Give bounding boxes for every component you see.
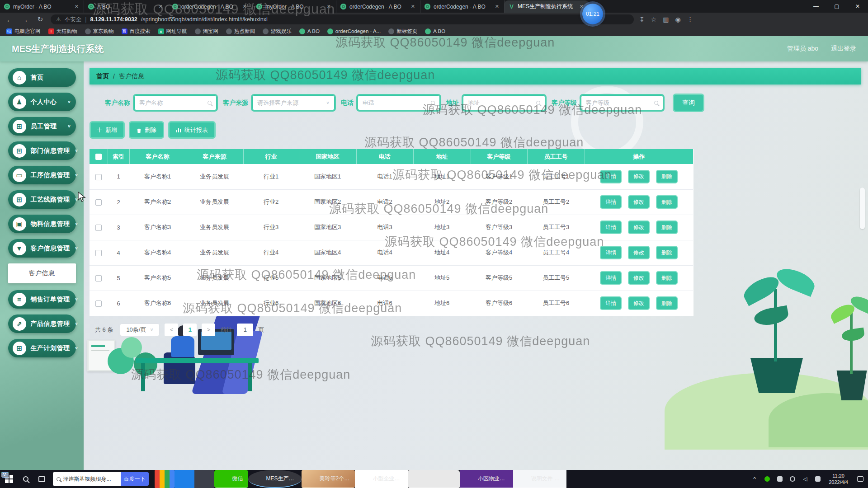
bookmark-item[interactable]: 淘宝网 bbox=[195, 28, 219, 35]
detail-button[interactable]: 详情 bbox=[601, 171, 621, 183]
browser-tab[interactable]: orderCodegen - A BO bbox=[420, 0, 505, 13]
taskbar-clock[interactable]: 11:20 2022/4/4 bbox=[824, 473, 853, 485]
bookmark-item[interactable]: 百 百度搜索 bbox=[122, 28, 151, 35]
tab-close-icon[interactable] bbox=[326, 3, 332, 10]
sidebar-item[interactable]: ⇗ 产品信息管理 ∨ bbox=[8, 314, 76, 333]
pinned-app[interactable] bbox=[155, 470, 175, 488]
minimize-button[interactable]: — bbox=[806, 0, 826, 13]
row-delete-button[interactable]: 删除 bbox=[657, 272, 677, 284]
row-checkbox[interactable] bbox=[95, 199, 102, 206]
browser-tab[interactable]: MES生产制造执行系统 bbox=[505, 0, 589, 13]
tray-shield-icon[interactable] bbox=[789, 475, 796, 483]
sidebar-item[interactable]: ⊞ 员工管理 ∨ bbox=[8, 117, 76, 136]
edit-button[interactable]: 修改 bbox=[629, 247, 649, 258]
next-page-button[interactable]: > bbox=[202, 324, 215, 336]
row-delete-button[interactable]: 删除 bbox=[657, 221, 677, 233]
report-button[interactable]: 统计报表 bbox=[170, 122, 214, 137]
bookmark-item[interactable]: ▲ 网址导航 bbox=[158, 28, 187, 35]
query-button[interactable]: 查询 bbox=[674, 95, 703, 111]
bookmark-star-icon[interactable]: ☆ bbox=[651, 16, 657, 23]
pinned-app[interactable] bbox=[194, 470, 214, 488]
sidebar-item[interactable]: ▣ 物料信息管理 ∨ bbox=[8, 215, 76, 233]
taskbar-window[interactable]: 小型企业财务报... bbox=[355, 470, 408, 488]
add-button[interactable]: 新增 bbox=[91, 122, 123, 137]
current-page[interactable]: 1 bbox=[183, 324, 197, 336]
baidu-search-input[interactable]: 泽连斯基视频现身... bbox=[53, 472, 121, 486]
browser-tab[interactable]: A BO bbox=[84, 0, 168, 13]
install-icon[interactable]: ↧ bbox=[639, 16, 645, 23]
row-checkbox[interactable] bbox=[95, 250, 102, 256]
select-all-checkbox[interactable] bbox=[95, 154, 102, 160]
menu-kebab-icon[interactable]: ⋮ bbox=[687, 16, 693, 23]
sidebar-item[interactable]: ≡ 销售订单管理 ∨ bbox=[8, 290, 76, 309]
sidebar-item[interactable]: ⌂ 首页 ∨ bbox=[8, 68, 76, 87]
filter-input[interactable]: 客户名称 ∨ bbox=[134, 95, 217, 110]
side-panel-icon[interactable]: ▥ bbox=[663, 16, 669, 23]
tab-close-icon[interactable] bbox=[242, 3, 248, 10]
goto-page-input[interactable]: 1 bbox=[237, 324, 253, 336]
tray-app-icon[interactable] bbox=[776, 475, 783, 483]
row-delete-button[interactable]: 删除 bbox=[657, 171, 677, 183]
edit-button[interactable]: 修改 bbox=[629, 171, 649, 183]
sidebar-item[interactable]: 客户信息 ∨ bbox=[8, 263, 76, 283]
bookmark-item[interactable]: 热点新闻 bbox=[226, 28, 255, 35]
browser-tab[interactable]: myOrder - A BO bbox=[0, 0, 84, 13]
row-checkbox[interactable] bbox=[95, 275, 102, 282]
sidebar-item[interactable]: ▼ 客户信息管理 ∨ bbox=[8, 239, 76, 258]
row-checkbox[interactable] bbox=[95, 300, 102, 307]
logout-link[interactable]: 退出登录 bbox=[831, 45, 856, 53]
baidu-search-button[interactable]: 百度一下 bbox=[121, 472, 149, 486]
forward-icon[interactable]: → bbox=[20, 16, 30, 23]
detail-button[interactable]: 详情 bbox=[601, 221, 621, 233]
sidebar-item[interactable]: ⊞ 部门信息管理 ∨ bbox=[8, 141, 76, 160]
taskbar-search-button[interactable] bbox=[18, 470, 33, 488]
row-checkbox[interactable] bbox=[95, 225, 102, 231]
page-size-select[interactable]: 10条/页 ∨ bbox=[120, 324, 160, 336]
recording-timer-overlay[interactable]: 01:21 bbox=[582, 4, 603, 24]
browser-tab[interactable]: orderCodegen - A BO bbox=[168, 0, 252, 13]
sidebar-item[interactable]: ♟ 个人中心 ∨ bbox=[8, 93, 76, 111]
back-icon[interactable]: ← bbox=[5, 16, 14, 23]
sidebar-item[interactable]: ▭ 工序信息管理 ∨ bbox=[8, 166, 76, 184]
row-delete-button[interactable]: 删除 bbox=[657, 196, 677, 208]
filter-input[interactable]: 客户等级 ∨ bbox=[581, 95, 663, 110]
browser-tab[interactable]: orderCodegen - A BO bbox=[336, 0, 420, 13]
detail-button[interactable]: 详情 bbox=[601, 247, 621, 258]
tab-close-icon[interactable] bbox=[410, 3, 416, 10]
bookmark-item[interactable]: 京东购物 bbox=[85, 28, 114, 35]
taskbar-window[interactable]: 美玲等2个会话 bbox=[302, 470, 355, 488]
maximize-button[interactable]: ▢ bbox=[826, 0, 847, 13]
address-bar[interactable]: ⚠ 不安全 | 8.129.11.174:9032 /springboot55n… bbox=[51, 14, 634, 24]
tab-close-icon[interactable] bbox=[158, 3, 164, 10]
filter-input[interactable]: 电话 ∨ bbox=[358, 95, 440, 110]
row-delete-button[interactable]: 删除 bbox=[657, 247, 677, 258]
task-view-button[interactable] bbox=[33, 470, 50, 488]
tray-volume-icon[interactable]: ◁ bbox=[802, 475, 809, 483]
edit-button[interactable]: 修改 bbox=[629, 272, 649, 284]
detail-button[interactable]: 详情 bbox=[601, 196, 621, 208]
taskbar-window[interactable]: D:\录像视频 bbox=[408, 470, 460, 488]
detail-button[interactable]: 详情 bbox=[601, 297, 621, 309]
delete-button[interactable]: 删除 bbox=[130, 122, 163, 137]
action-center-button[interactable] bbox=[853, 476, 868, 482]
bookmark-item[interactable]: T 天猫购物 bbox=[48, 28, 77, 35]
hidden-icons-chevron[interactable]: ^ bbox=[751, 475, 758, 483]
reload-icon[interactable]: ↻ bbox=[35, 15, 45, 23]
taskbar-window[interactable]: MES生产制造... bbox=[248, 470, 302, 488]
row-checkbox[interactable] bbox=[95, 174, 102, 180]
edit-button[interactable]: 修改 bbox=[629, 297, 649, 309]
sidebar-item[interactable]: ⊞ 生产计划管理 ∨ bbox=[8, 339, 76, 357]
filter-input[interactable]: 请选择客户来源 ∨ bbox=[252, 95, 335, 110]
filter-input[interactable]: 地址 ∨ bbox=[463, 95, 545, 110]
browser-tab[interactable]: myOrder - A BO bbox=[252, 0, 336, 13]
bookmark-item[interactable]: 游戏娱乐 bbox=[263, 28, 292, 35]
edit-button[interactable]: 修改 bbox=[629, 221, 649, 233]
tab-close-icon[interactable] bbox=[494, 3, 500, 10]
tab-close-icon[interactable] bbox=[74, 3, 80, 10]
bookmark-item[interactable]: 新标签页 bbox=[388, 28, 417, 35]
sidebar-item[interactable]: ⊞ 工艺线路管理 ∨ bbox=[8, 190, 76, 209]
taskbar-window[interactable]: 说明文件 - 记... bbox=[513, 470, 566, 488]
bookmark-item[interactable]: 电 电脑店官网 bbox=[6, 28, 41, 35]
taskbar-window[interactable]: 小区物业管理系... bbox=[460, 470, 513, 488]
tray-wechat-icon[interactable] bbox=[764, 475, 771, 483]
